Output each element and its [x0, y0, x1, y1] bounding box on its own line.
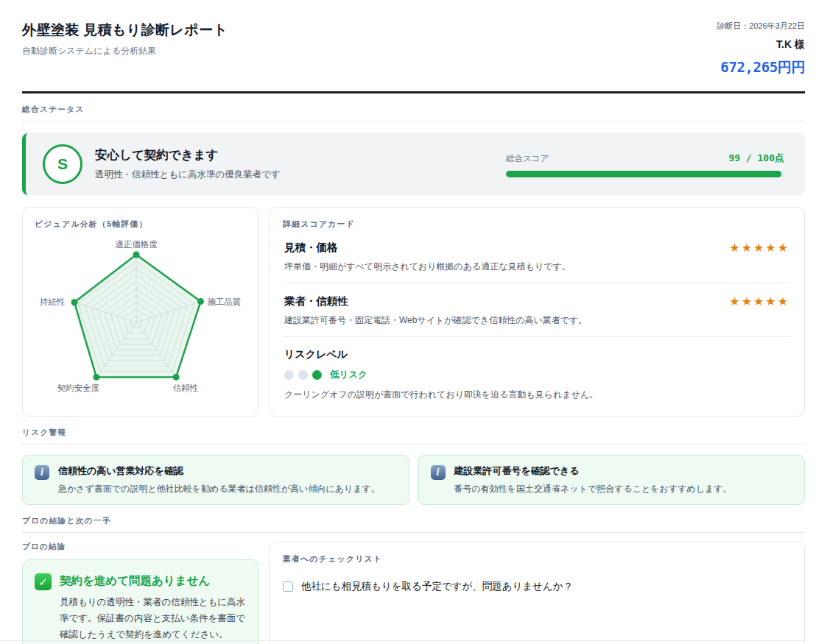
alert-body: 建設業許可番号を確認できる 番号の有効性を国土交通省ネットで照合することをおすす…	[454, 464, 732, 495]
score-item-title: 見積・価格	[284, 241, 338, 255]
overall-score-block: 総合スコア 99 / 100点	[506, 152, 784, 177]
section-label-status: 総合ステータス	[22, 93, 805, 121]
conclusion-sub-label: プロの結論	[22, 542, 259, 552]
conclusion-column: プロの結論 ✓ 契約を進めて問題ありません 見積もりの透明性・業者の信頼性ともに…	[22, 542, 259, 644]
risk-level-desc: クーリングオフの説明が書面で行われており即決を迫る言動も見られません。	[284, 389, 789, 401]
risk-level-label: 低リスク	[330, 369, 367, 381]
score-item-desc: 坪単価・明細がすべて明示されており根拠のある適正な見積もりです。	[284, 261, 789, 273]
alert-desc: 急かさず書面での説明と他社比較を勧める業者は信頼性が高い傾向にあります。	[58, 483, 380, 495]
score-progress-fill	[506, 171, 781, 177]
score-item-price: 見積・価格 ★★★★★ 坪単価・明細がすべて明示されており根拠のある適正な見積も…	[283, 230, 791, 283]
alerts-grid: i 信頼性の高い営業対応を確認 急かさず書面での説明と他社比較を勧める業者は信頼…	[22, 455, 805, 505]
status-title: 安心して契約できます	[95, 147, 506, 163]
star-rating: ★★★★★	[729, 241, 789, 255]
alert-body: 信頼性の高い営業対応を確認 急かさず書面での説明と他社比較を勧める業者は信頼性が…	[58, 464, 380, 495]
score-item-head: 業者・信頼性 ★★★★★	[284, 294, 789, 308]
radar-chart: 適正価格度施工品質信頼性契約安全度持続性	[35, 236, 247, 402]
checklist-checkbox[interactable]	[283, 581, 293, 592]
risk-dot-active	[312, 370, 322, 380]
header-right: 診断日：2026年3月22日 T.K 様 672,265円円	[717, 21, 805, 77]
radar-axis-label: 契約安全度	[57, 383, 99, 392]
visual-analysis-label: ビジュアル分析（5軸評価）	[35, 219, 247, 230]
score-detail-label: 詳細スコアカード	[283, 219, 791, 230]
score-item-head: 見積・価格 ★★★★★	[284, 241, 789, 255]
footer-divider	[0, 640, 805, 641]
alert-card-sales: i 信頼性の高い営業対応を確認 急かさず書面での説明と他社比較を勧める業者は信頼…	[22, 455, 409, 505]
overall-status-card: S 安心して契約できます 透明性・信頼性ともに高水準の優良業者です 総合スコア …	[22, 133, 805, 195]
page-title: 外壁塗装 見積もり診断レポート	[22, 21, 228, 40]
conclusion-grid: プロの結論 ✓ 契約を進めて問題ありません 見積もりの透明性・業者の信頼性ともに…	[22, 542, 805, 644]
alert-desc: 番号の有効性を国土交通省ネットで照合することをおすすめします。	[454, 483, 732, 495]
radar-chart-wrap: 適正価格度施工品質信頼性契約安全度持続性	[35, 236, 247, 402]
info-icon: i	[431, 465, 446, 480]
header-left: 外壁塗装 見積もり診断レポート 自動診断システムによる分析結果	[22, 21, 228, 57]
status-subtitle: 透明性・信頼性ともに高水準の優良業者です	[95, 169, 506, 181]
risk-dot	[284, 370, 294, 380]
checklist-item[interactable]: 他社にも相見積もりを取る予定ですが、問題ありませんか？	[283, 580, 791, 593]
status-text: 安心して契約できます 透明性・信頼性ともに高水準の優良業者です	[95, 147, 506, 181]
alert-title: 建設業許可番号を確認できる	[454, 464, 732, 478]
risk-level-title: リスクレベル	[284, 348, 789, 361]
info-icon: i	[35, 465, 49, 480]
star-rating: ★★★★★	[729, 294, 789, 308]
grade-badge: S	[43, 144, 82, 184]
customer-name: T.K 様	[717, 38, 805, 52]
conclusion-desc: 見積もりの透明性・業者の信頼性ともに高水準です。保証書の内容と支払い条件を書面で…	[60, 595, 247, 643]
checklist-item-text: 他社にも相見積もりを取る予定ですが、問題ありませんか？	[301, 580, 573, 593]
conclusion-title: 契約を進めて問題ありません	[60, 573, 247, 589]
section-label-conclusion: プロの結論と次の一手	[22, 505, 805, 533]
radar-axis-label: 適正価格度	[115, 240, 158, 249]
section-label-alerts: リスク警報	[22, 417, 805, 445]
score-label: 総合スコア	[506, 153, 549, 164]
radar-axis-label: 施工品質	[208, 297, 242, 307]
score-value: 99 / 100点	[728, 152, 784, 165]
score-item-vendor: 業者・信頼性 ★★★★★ 建設業許可番号・固定電話・Webサイトが確認でき信頼性…	[283, 283, 791, 337]
score-item-desc: 建設業許可番号・固定電話・Webサイトが確認でき信頼性の高い業者です。	[284, 314, 789, 327]
risk-level-block: リスクレベル 低リスク クーリングオフの説明が書面で行われており即決を迫る言動も…	[283, 337, 791, 406]
visual-analysis-card: ビジュアル分析（5軸評価） 適正価格度施工品質信頼性契約安全度持続性	[22, 207, 259, 417]
report-page: 外壁塗装 見積もり診断レポート 自動診断システムによる分析結果 診断日：2026…	[0, 0, 827, 644]
risk-dot	[298, 370, 308, 380]
score-row: 総合スコア 99 / 100点	[506, 152, 784, 165]
alert-title: 信頼性の高い営業対応を確認	[58, 464, 380, 478]
diagnosis-date: 診断日：2026年3月22日	[717, 21, 805, 32]
radar-axis-label: 信頼性	[173, 383, 199, 392]
score-item-title: 業者・信頼性	[284, 294, 348, 308]
conclusion-card: ✓ 契約を進めて問題ありません 見積もりの透明性・業者の信頼性ともに高水準です。…	[22, 559, 259, 644]
alert-card-license: i 建設業許可番号を確認できる 番号の有効性を国土交通省ネットで照合することをお…	[418, 455, 806, 505]
page-subtitle: 自動診断システムによる分析結果	[22, 45, 228, 57]
main-grid: ビジュアル分析（5軸評価） 適正価格度施工品質信頼性契約安全度持続性 詳細スコア…	[22, 207, 805, 417]
risk-level-dots: 低リスク	[284, 369, 789, 381]
score-progress-track	[506, 171, 784, 177]
radar-axis-label: 持続性	[39, 297, 66, 306]
conclusion-body: 契約を進めて問題ありません 見積もりの透明性・業者の信頼性ともに高水準です。保証…	[60, 573, 247, 643]
estimate-price: 672,265円円	[717, 58, 805, 77]
score-detail-card: 詳細スコアカード 見積・価格 ★★★★★ 坪単価・明細がすべて明示されており根拠…	[269, 207, 805, 417]
report-header: 外壁塗装 見積もり診断レポート 自動診断システムによる分析結果 診断日：2026…	[22, 0, 805, 77]
check-icon: ✓	[35, 573, 52, 590]
checklist-label: 業者へのチェックリスト	[283, 554, 791, 565]
vendor-checklist-card: 業者へのチェックリスト 他社にも相見積もりを取る予定ですが、問題ありませんか？	[269, 542, 805, 644]
